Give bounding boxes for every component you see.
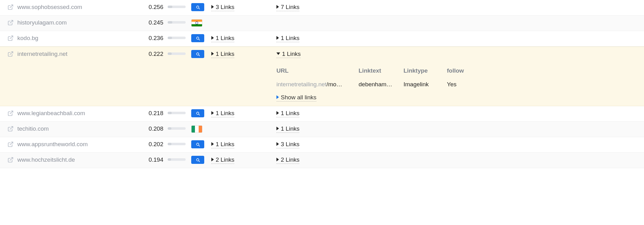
chevron-icon: [211, 158, 214, 161]
score-value: 0.208: [141, 122, 163, 136]
table-row: www.sophobsessed.com0.2563 Links7 Links: [0, 0, 644, 16]
svg-line-12: [199, 114, 200, 115]
domain-link[interactable]: www.appsruntheworld.com: [17, 141, 88, 148]
chevron-icon: [276, 111, 279, 115]
svg-line-14: [10, 142, 13, 145]
svg-line-16: [199, 145, 200, 146]
score-value: 0.256: [141, 0, 163, 14]
domain-link[interactable]: www.sophobsessed.com: [17, 4, 82, 11]
chevron-icon: [276, 95, 279, 99]
score-value: 0.245: [141, 16, 163, 30]
svg-line-7: [10, 52, 13, 55]
svg-line-10: [10, 111, 13, 114]
links-toggle-1[interactable]: 1 Links: [211, 51, 234, 58]
links-toggle-2[interactable]: 3 Links: [276, 141, 299, 148]
col-linktype-header: Linktype: [404, 67, 447, 74]
link-detail-panel: URLLinktextLinktypefollowinternetretaili…: [276, 65, 632, 106]
external-link-icon[interactable]: [7, 141, 14, 147]
links-toggle-2[interactable]: 7 Links: [276, 4, 299, 11]
detail-linktext: debenham…: [359, 81, 404, 88]
table-row: www.legianbeachbali.com0.2181 Links1 Lin…: [0, 106, 644, 122]
domain-link[interactable]: internetretailing.net: [17, 51, 68, 57]
links-toggle-1[interactable]: 3 Links: [211, 4, 234, 11]
table-row: www.appsruntheworld.com0.2021 Links3 Lin…: [0, 137, 644, 153]
external-link-icon[interactable]: [7, 110, 14, 116]
svg-line-9: [199, 55, 200, 56]
col-follow-header: follow: [447, 67, 475, 74]
links-toggle-1[interactable]: 2 Links: [211, 156, 234, 164]
search-icon[interactable]: [191, 156, 204, 164]
search-icon[interactable]: [191, 109, 204, 117]
links-toggle-1[interactable]: 1 Links: [211, 35, 234, 42]
chevron-icon: [276, 5, 279, 9]
external-link-icon[interactable]: [7, 126, 14, 132]
score-value: 0.202: [141, 137, 163, 151]
detail-linktype: Imagelink: [404, 81, 447, 88]
domain-link[interactable]: historyulagam.com: [17, 19, 67, 26]
chevron-icon: [211, 52, 214, 56]
col-linktext-header: Linktext: [359, 67, 404, 74]
svg-line-2: [199, 8, 200, 9]
links-toggle-2[interactable]: 1 Links: [276, 110, 299, 117]
svg-line-3: [10, 20, 13, 23]
chevron-icon: [276, 142, 279, 146]
links-toggle-1[interactable]: 1 Links: [211, 141, 234, 148]
score-bar: [163, 106, 191, 114]
backlinks-table: www.sophobsessed.com0.2563 Links7 Linksh…: [0, 0, 644, 168]
flag-ie-icon: [191, 125, 202, 133]
score-bar: [163, 0, 191, 8]
links-toggle-2[interactable]: 1 Links: [276, 125, 299, 133]
domain-link[interactable]: techitio.com: [17, 125, 49, 132]
score-bar: [163, 16, 191, 24]
external-link-icon[interactable]: [7, 4, 14, 10]
link-detail-row: internetretailing.net/mo…debenham…Imagel…: [276, 79, 632, 94]
table-row: techitio.com0.2081 Links: [0, 122, 644, 137]
score-bar: [163, 47, 191, 55]
flag-in-icon: [191, 19, 202, 27]
external-link-icon[interactable]: [7, 51, 14, 57]
score-bar: [163, 31, 191, 39]
svg-line-17: [10, 158, 13, 160]
svg-line-19: [199, 161, 200, 162]
table-row: kodo.bg0.2361 Links1 Links: [0, 31, 644, 47]
external-link-icon[interactable]: [7, 157, 14, 163]
links-toggle-1[interactable]: 1 Links: [211, 110, 234, 117]
svg-line-13: [10, 127, 13, 129]
search-icon[interactable]: [191, 34, 204, 42]
table-row: www.hochzeitslicht.de0.1942 Links2 Links: [0, 153, 644, 168]
chevron-icon: [211, 142, 214, 146]
score-value: 0.218: [141, 106, 163, 120]
chevron-icon: [276, 36, 279, 40]
links-toggle-2[interactable]: 1 Links: [276, 51, 301, 58]
score-value: 0.194: [141, 153, 163, 167]
table-row: historyulagam.com0.245: [0, 16, 644, 31]
chevron-icon: [276, 127, 279, 130]
col-url-header: URL: [276, 67, 359, 74]
chevron-icon: [211, 5, 214, 9]
score-bar: [163, 153, 191, 161]
external-link-icon[interactable]: [7, 35, 14, 41]
table-row: internetretailing.net0.2221 Links1 Links…: [0, 47, 644, 106]
score-bar: [163, 137, 191, 145]
detail-follow: Yes: [447, 81, 475, 88]
score-value: 0.222: [141, 47, 163, 61]
svg-line-0: [10, 5, 13, 8]
chevron-icon: [211, 111, 214, 115]
links-toggle-2[interactable]: 2 Links: [276, 156, 299, 164]
score-value: 0.236: [141, 31, 163, 45]
domain-link[interactable]: www.legianbeachbali.com: [17, 110, 85, 117]
domain-link[interactable]: kodo.bg: [17, 35, 38, 42]
domain-link[interactable]: www.hochzeitslicht.de: [17, 156, 75, 163]
search-icon[interactable]: [191, 140, 204, 148]
score-bar: [163, 122, 191, 130]
search-icon[interactable]: [191, 3, 204, 11]
show-all-links[interactable]: Show all links: [276, 94, 316, 101]
search-icon[interactable]: [191, 50, 204, 58]
chevron-icon: [276, 52, 280, 55]
chevron-icon: [211, 36, 214, 40]
detail-url[interactable]: internetretailing.net/mo…: [276, 81, 359, 88]
external-link-icon[interactable]: [7, 20, 14, 26]
svg-line-6: [199, 39, 200, 40]
chevron-icon: [276, 158, 279, 161]
links-toggle-2[interactable]: 1 Links: [276, 35, 299, 42]
